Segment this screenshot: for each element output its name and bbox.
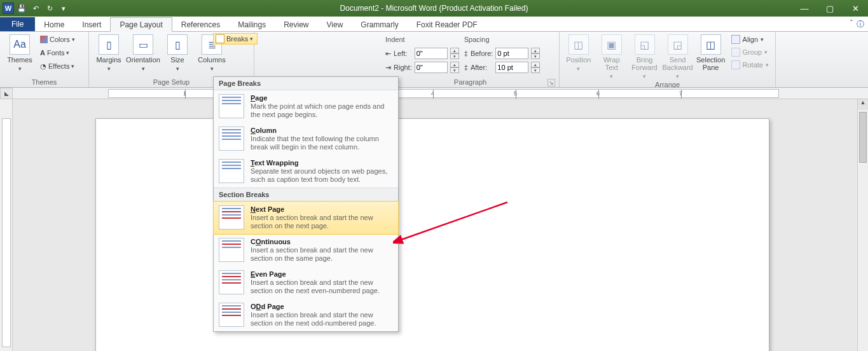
minimize-button[interactable]: — [792, 0, 817, 17]
spacing-header: Spacing [464, 36, 493, 43]
tab-file[interactable]: File [0, 17, 35, 31]
rotate-icon [731, 60, 740, 69]
indent-right-spinner[interactable]: ▴▾ [450, 62, 462, 73]
break-column-icon [219, 127, 244, 151]
theme-effects-button[interactable]: ◔Effects▾ [38, 60, 77, 72]
break-even-page[interactable]: Even PageInsert a section break and star… [214, 266, 398, 299]
spacing-before-icon: ‡ [464, 50, 468, 57]
quick-access-toolbar: W 💾 ↶ ↻ ▾ [0, 2, 72, 15]
themes-icon: Aa [10, 34, 30, 55]
tab-foxit[interactable]: Foxit Reader PDF [408, 18, 486, 31]
bring-forward-button: ◱Bring Forward▾ [630, 33, 660, 80]
break-odd-page[interactable]: ODd PageInsert a section break and start… [214, 299, 398, 331]
break-text-wrapping[interactable]: Text WrappingSeparate text around object… [214, 155, 398, 188]
position-button: ◫Position▾ [563, 33, 594, 72]
group-paragraph: Indent ⇤Left: ▴▾ ⇥Right: ▴▾ Spacing ‡Bef… [382, 32, 560, 87]
word-app-icon[interactable]: W [3, 3, 14, 14]
save-icon[interactable]: 💾 [15, 2, 28, 15]
indent-header: Indent [385, 36, 412, 43]
break-next-page[interactable]: Next PageInsert a section break and star… [213, 201, 399, 235]
tab-review[interactable]: Review [275, 18, 317, 31]
ruler-strip: 1234567 [108, 89, 779, 98]
colors-icon [40, 36, 48, 43]
qat-customize-icon[interactable]: ▾ [57, 2, 70, 15]
orientation-button[interactable]: ▭Orientation▾ [127, 33, 159, 72]
maximize-button[interactable]: ▢ [817, 0, 843, 17]
wrap-text-button: ▣Wrap Text▾ [596, 33, 627, 80]
scroll-up-icon[interactable]: ▲ [858, 99, 868, 110]
break-even-page-icon [219, 270, 244, 294]
themes-button[interactable]: Aa Themes ▾ [4, 33, 36, 72]
position-icon: ◫ [568, 34, 589, 55]
horizontal-ruler[interactable]: 1234567 [13, 88, 868, 99]
send-backward-button: ◲Send Backward▾ [662, 33, 692, 80]
margins-button[interactable]: ▯Margins▾ [93, 33, 125, 72]
themes-label: Themes [7, 56, 32, 64]
break-odd-page-icon [219, 303, 244, 327]
breaks-button[interactable]: Breaks ▾ [213, 33, 258, 45]
bring-forward-icon: ◱ [635, 34, 655, 55]
ruler-corner[interactable]: ◣ [0, 88, 13, 99]
break-page-icon [219, 94, 244, 118]
ribbon: Aa Themes ▾ Colors▾ AFonts▾ ◔Effects▾ Th… [0, 32, 868, 88]
tab-view[interactable]: View [318, 18, 352, 31]
theme-fonts-button[interactable]: AFonts▾ [38, 46, 77, 59]
vertical-ruler[interactable] [0, 99, 13, 351]
scroll-thumb[interactable] [859, 112, 867, 163]
indent-right-label: Right: [394, 64, 412, 71]
break-continuous-icon [219, 238, 244, 262]
indent-left-label: Left: [394, 50, 412, 57]
paragraph-launcher[interactable]: ↘ [548, 79, 555, 86]
size-icon: ▯ [167, 34, 188, 55]
breaks-menu-page-header: Page Breaks [214, 77, 398, 90]
tab-mailings[interactable]: Mailings [229, 18, 275, 31]
redo-icon[interactable]: ↻ [43, 2, 56, 15]
spacing-after-icon: ‡ [464, 64, 468, 71]
group-objects-button: Group▾ [729, 46, 771, 59]
breaks-label: Breaks [226, 35, 248, 43]
theme-colors-button[interactable]: Colors▾ [38, 33, 77, 46]
indent-left-icon: ⇤ [385, 50, 391, 58]
spacing-before-label: Before: [471, 50, 493, 57]
tab-page-layout[interactable]: Page Layout [110, 17, 172, 32]
close-button[interactable]: ✕ [843, 0, 868, 17]
align-icon [731, 35, 740, 44]
breaks-menu-section-header: Section Breaks [214, 188, 398, 202]
spacing-before-input[interactable] [495, 48, 528, 59]
tab-references[interactable]: References [172, 18, 229, 31]
group-arrange: ◫Position▾ ▣Wrap Text▾ ◱Bring Forward▾ ◲… [560, 32, 776, 87]
send-backward-icon: ◲ [668, 34, 688, 55]
spacing-after-input[interactable] [495, 62, 528, 73]
group-icon [731, 48, 740, 57]
align-button[interactable]: Align▾ [729, 33, 771, 46]
page-canvas[interactable] [95, 118, 769, 351]
window-title: Document2 - Microsoft Word (Product Acti… [340, 4, 528, 13]
minimize-ribbon-icon[interactable]: ˇ [850, 19, 853, 30]
tab-grammarly[interactable]: Grammarly [352, 18, 407, 31]
document-area: ▲ ▼ [0, 99, 868, 351]
breaks-icon [216, 34, 224, 43]
break-page[interactable]: PageMark the point at which one page end… [214, 90, 398, 123]
tab-home[interactable]: Home [35, 18, 73, 31]
wrap-text-icon: ▣ [602, 34, 622, 55]
selection-pane-button[interactable]: ◫Selection Pane [696, 33, 726, 71]
spacing-before-spinner[interactable]: ▴▾ [531, 48, 542, 59]
spacing-after-spinner[interactable]: ▴▾ [531, 62, 542, 73]
indent-left-spinner[interactable]: ▴▾ [450, 48, 462, 59]
fonts-icon: A [40, 49, 45, 57]
orientation-icon: ▭ [133, 34, 153, 55]
break-column[interactable]: ColumnIndicate that the text following t… [214, 123, 398, 155]
help-icon[interactable]: ⓘ [857, 19, 864, 30]
tab-insert[interactable]: Insert [73, 18, 110, 31]
vertical-scrollbar[interactable]: ▲ ▼ [857, 99, 868, 351]
break-next-page-icon [219, 205, 244, 230]
break-continuous[interactable]: COntinuousInsert a section break and sta… [214, 234, 398, 266]
ribbon-tabs: File Home Insert Page Layout References … [0, 17, 868, 32]
undo-icon[interactable]: ↶ [29, 2, 42, 15]
breaks-menu: Page Breaks PageMark the point at which … [213, 76, 399, 332]
title-bar: W 💾 ↶ ↻ ▾ Document2 - Microsoft Word (Pr… [0, 0, 868, 17]
indent-right-input[interactable] [415, 62, 448, 73]
size-button[interactable]: ▯Size▾ [162, 33, 193, 72]
selection-pane-icon: ◫ [701, 34, 721, 55]
indent-left-input[interactable] [415, 48, 448, 59]
